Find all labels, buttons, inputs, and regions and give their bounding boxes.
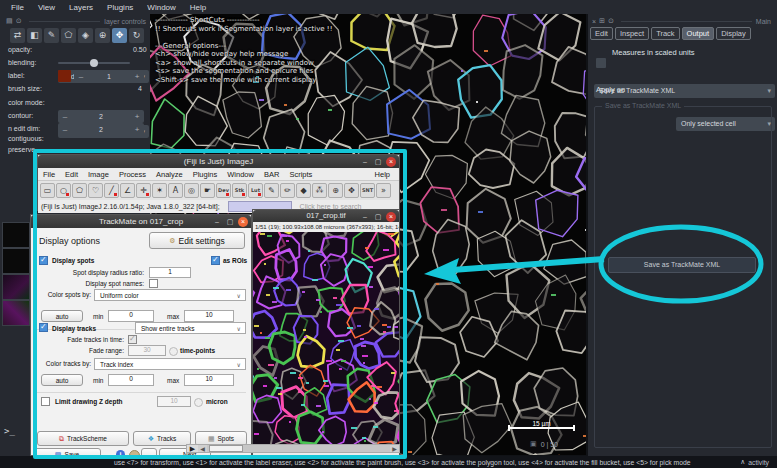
- activity-caret-icon[interactable]: ∧: [740, 458, 745, 466]
- tab-display[interactable]: Display: [716, 27, 751, 40]
- maximize-icon[interactable]: [373, 212, 383, 222]
- tab-inspect[interactable]: Inspect: [615, 27, 649, 40]
- stack-slider[interactable]: ▶ ◀ ▶: [186, 444, 400, 453]
- snt-tool[interactable]: SNT: [360, 183, 375, 198]
- back-button[interactable]: ←: [141, 448, 157, 456]
- n-edit-dim-stepper[interactable]: – 2 +: [58, 123, 144, 136]
- label-increment[interactable]: +: [130, 70, 144, 83]
- imagej-menu-item[interactable]: File: [38, 170, 60, 179]
- save-button[interactable]: ▤ Save: [33, 448, 101, 456]
- tracks-button[interactable]: ❖ Tracks: [133, 431, 191, 446]
- color-tracks-dropdown[interactable]: Track index: [94, 358, 246, 370]
- close-icon[interactable]: [386, 157, 396, 167]
- opacity-slider-handle[interactable]: [90, 59, 98, 67]
- tab-output[interactable]: Output: [682, 27, 715, 40]
- angle-tool[interactable]: ∠: [120, 183, 135, 198]
- label-decrement[interactable]: –: [74, 70, 88, 83]
- fade-tracks-checkbox[interactable]: [128, 335, 137, 344]
- contour-stepper[interactable]: – 2 +: [58, 110, 144, 123]
- menu-item[interactable]: File: [4, 3, 31, 12]
- menu-item[interactable]: Layers: [62, 3, 100, 12]
- imagej-menu-item[interactable]: Scripts: [284, 170, 317, 179]
- move-tool[interactable]: ✥: [344, 183, 359, 198]
- tracks-mode-dropdown[interactable]: Show entire tracks: [135, 322, 246, 334]
- display-spots-checkbox[interactable]: [39, 256, 48, 265]
- zoom-tool[interactable]: ◎: [184, 183, 199, 198]
- radius-ratio-input[interactable]: 1: [149, 267, 191, 278]
- minimize-icon[interactable]: [212, 217, 222, 227]
- crop-window-titlebar[interactable]: 017_crop.tif: [253, 210, 399, 222]
- spray-tool[interactable]: ⁂: [312, 183, 327, 198]
- tracks-auto-button[interactable]: auto: [41, 374, 83, 386]
- line-tool[interactable]: ╱: [104, 183, 119, 198]
- edit-settings-button[interactable]: ⚙ Edit settings: [149, 232, 245, 249]
- paintbrush-tool[interactable]: ✎: [44, 28, 59, 43]
- tracks-min-input[interactable]: 0: [108, 374, 154, 386]
- as-rois-checkbox[interactable]: [211, 256, 220, 265]
- imagej-menu-item[interactable]: Help: [370, 170, 395, 179]
- more-tools[interactable]: »: [376, 183, 391, 198]
- imagej-menu-item[interactable]: Plugins: [188, 170, 223, 179]
- point-tool[interactable]: ✛: [136, 183, 151, 198]
- tab-track[interactable]: Track: [651, 27, 679, 40]
- fill-bucket-tool[interactable]: ◈: [78, 28, 93, 43]
- stack-slider-track[interactable]: [207, 445, 390, 452]
- play-icon[interactable]: ▶: [187, 445, 198, 453]
- transform-tool[interactable]: ↻: [129, 28, 144, 43]
- trackmate-titlebar[interactable]: TrackMate on 017_crop: [31, 215, 251, 228]
- spots-min-input[interactable]: 0: [108, 310, 154, 322]
- hand-tool[interactable]: ☛: [200, 183, 215, 198]
- stk-menu-tool[interactable]: Stk: [232, 183, 247, 198]
- spots-auto-button[interactable]: auto: [41, 310, 83, 322]
- imagej-menu-item[interactable]: Analyze: [151, 170, 188, 179]
- color-picker-tool[interactable]: ⊕: [95, 28, 110, 43]
- imagej-menu-item[interactable]: BAR: [259, 170, 284, 179]
- contour-decrement[interactable]: –: [58, 110, 72, 123]
- close-icon[interactable]: [386, 212, 396, 222]
- polygon-tool[interactable]: ⬠: [61, 28, 76, 43]
- fade-range-spinner[interactable]: [169, 347, 178, 356]
- layer-thumbnail[interactable]: [2, 248, 30, 274]
- imagej-titlebar[interactable]: (Fiji Is Just) ImageJ: [38, 155, 399, 168]
- lut-menu-tool[interactable]: Lut: [248, 183, 263, 198]
- contour-increment[interactable]: +: [130, 110, 144, 123]
- tab-edit[interactable]: Edit: [590, 27, 613, 40]
- activity-label[interactable]: activity: [748, 459, 769, 466]
- opacity-slider[interactable]: [58, 62, 130, 64]
- text-tool[interactable]: A: [168, 183, 183, 198]
- maximize-icon[interactable]: [373, 157, 383, 167]
- freehand-tool[interactable]: ♡: [88, 183, 103, 198]
- scaled-units-checkbox[interactable]: [596, 58, 606, 68]
- info-icon[interactable]: i: [116, 450, 125, 456]
- minimize-icon[interactable]: [360, 212, 370, 222]
- fade-range-input[interactable]: 30: [128, 345, 166, 356]
- imagej-menu-item[interactable]: Process: [114, 170, 151, 179]
- minimize-icon[interactable]: [360, 157, 370, 167]
- close-panel-icon[interactable]: ×: [592, 18, 596, 25]
- label-stepper[interactable]: – 1 +: [74, 70, 144, 83]
- oval-tool[interactable]: ○: [56, 183, 71, 198]
- layer-thumbnail[interactable]: [2, 300, 30, 326]
- dims-slider-icon[interactable]: ▣: [530, 440, 537, 448]
- menu-item[interactable]: Help: [183, 3, 213, 12]
- rectangle-tool[interactable]: ▭: [40, 183, 55, 198]
- tracks-max-input[interactable]: 10: [184, 374, 234, 386]
- crop-image[interactable]: [253, 232, 399, 445]
- imagej-menu-item[interactable]: Image: [83, 170, 114, 179]
- panel-gear-icon[interactable]: ⊙: [608, 17, 614, 25]
- pencil-tool[interactable]: ✎: [264, 183, 279, 198]
- imagej-menu-item[interactable]: Edit: [60, 170, 83, 179]
- label-color-swatch[interactable]: [58, 70, 71, 82]
- maximize-icon[interactable]: [225, 217, 235, 227]
- dev-menu-tool[interactable]: Dev: [216, 183, 231, 198]
- menu-item[interactable]: View: [31, 3, 62, 12]
- console-button[interactable]: >_: [4, 426, 15, 436]
- menu-item[interactable]: Plugins: [100, 3, 140, 12]
- search-tool[interactable]: ⊕: [328, 183, 343, 198]
- flood-fill-tool[interactable]: ◆: [296, 183, 311, 198]
- layer-thumbnail[interactable]: [2, 222, 30, 248]
- stack-slider-thumb[interactable]: [209, 445, 243, 452]
- trackscheme-button[interactable]: ⧉ TrackScheme: [37, 431, 129, 446]
- wrench-icon[interactable]: [129, 450, 140, 456]
- display-tracks-checkbox[interactable]: [39, 323, 48, 332]
